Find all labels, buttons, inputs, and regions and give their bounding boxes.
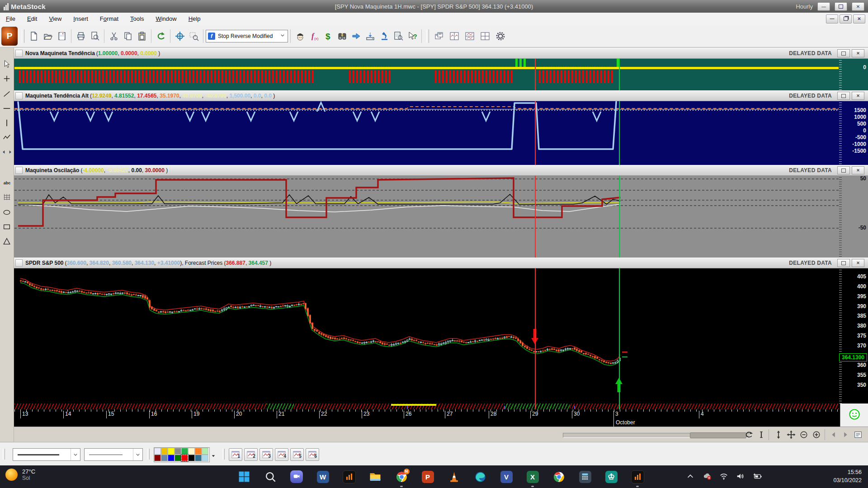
date-axis[interactable]: 131415161920212223262728293034: [14, 409, 840, 418]
vertical-line-button[interactable]: [1, 117, 12, 128]
taskbar-app-metastock-2[interactable]: [629, 468, 646, 485]
taskbar-app-word[interactable]: W: [314, 468, 331, 485]
menu-item-tools[interactable]: Tools: [124, 14, 150, 24]
undo-button[interactable]: [154, 29, 167, 43]
menu-item-edit[interactable]: Edit: [21, 14, 43, 24]
taskbar-app-start[interactable]: [236, 468, 253, 485]
taskbar-app-chat[interactable]: [288, 468, 305, 485]
template-dropdown[interactable]: fStop Reverse Modified: [206, 30, 288, 42]
system-tester-button[interactable]: $: [321, 29, 335, 43]
step-left-button[interactable]: [828, 429, 839, 440]
taskbar-app-powerpoint[interactable]: P: [419, 468, 436, 485]
panel-grip[interactable]: [15, 167, 23, 174]
color-swatch[interactable]: [168, 448, 175, 455]
panel-grip[interactable]: [15, 259, 23, 267]
move-all-button[interactable]: [786, 429, 797, 440]
tile-vertical-button[interactable]: [447, 29, 462, 43]
taskbar-clock[interactable]: 15:56 03/10/2022: [833, 468, 862, 484]
color-swatch[interactable]: [168, 455, 175, 461]
taskbar-app-vlc[interactable]: [445, 468, 462, 485]
taskbar-app-edge[interactable]: [472, 468, 489, 485]
menu-item-file[interactable]: File: [0, 14, 21, 24]
save-chart-button[interactable]: [55, 29, 68, 43]
horizontal-line-button[interactable]: [1, 103, 12, 114]
workspace-options-button[interactable]: [493, 29, 508, 43]
cascade-windows-button[interactable]: [432, 29, 446, 43]
color-swatch[interactable]: [188, 455, 195, 461]
panel-close-button[interactable]: ✕: [852, 49, 864, 57]
panel-grip[interactable]: [15, 50, 23, 57]
panel-close-button[interactable]: ✕: [852, 259, 864, 267]
print-preview-button[interactable]: [88, 29, 101, 43]
window-minimize-button[interactable]: —: [817, 2, 830, 11]
chart-layout-button-4[interactable]: 4: [275, 448, 288, 461]
weather-widget[interactable]: 27°C Sol: [5, 468, 35, 481]
window-close-button[interactable]: ✕: [852, 2, 864, 11]
panel-restore-button[interactable]: [837, 166, 850, 174]
downloader-button[interactable]: [363, 29, 377, 43]
scrollbar-thumb[interactable]: [690, 432, 746, 438]
chart-layout-button-6[interactable]: 6: [306, 448, 319, 461]
color-swatch[interactable]: [202, 448, 208, 455]
crosshair-plus-button[interactable]: [1, 73, 12, 84]
color-swatch[interactable]: [188, 448, 195, 455]
panel-close-button[interactable]: ✕: [852, 92, 864, 100]
panel-restore-button[interactable]: [837, 92, 850, 100]
color-swatch[interactable]: [175, 455, 181, 461]
menu-item-format[interactable]: Format: [94, 14, 124, 24]
tile-horizontal-button[interactable]: [462, 29, 477, 43]
wifi-icon[interactable]: [719, 472, 728, 481]
print-button[interactable]: [74, 29, 87, 43]
color-swatch[interactable]: [181, 448, 188, 455]
battery-icon[interactable]: [753, 472, 762, 481]
properties-menu-button[interactable]: [853, 429, 863, 440]
taskbar-app-search[interactable]: [262, 468, 279, 485]
scroll-right-button[interactable]: [7, 146, 13, 157]
indicator-builder-button[interactable]: f(x): [307, 29, 321, 43]
bar-cursor-button[interactable]: [756, 429, 767, 440]
taskbar-app-calculator[interactable]: [576, 468, 594, 485]
menu-item-help[interactable]: Help: [183, 14, 207, 24]
refresh-button[interactable]: [744, 429, 755, 440]
scroll-left-button[interactable]: [0, 146, 7, 157]
taskbar-app-explorer[interactable]: [367, 468, 384, 485]
plot-nova-maquineta-tendencia[interactable]: [14, 58, 839, 90]
chart-layout-button-1[interactable]: 1: [229, 448, 242, 461]
tile-grid-button[interactable]: [478, 29, 492, 43]
trendline-button[interactable]: [1, 89, 12, 99]
crosshair-tool-button[interactable]: [173, 29, 186, 43]
tray-chevron-icon[interactable]: [686, 472, 695, 481]
taskbar-app-chrome-n[interactable]: N: [393, 468, 410, 485]
step-right-button[interactable]: [840, 429, 851, 440]
report-viewer-button[interactable]: [392, 29, 405, 43]
expert-advisor-button[interactable]: [293, 29, 307, 43]
pointer-button[interactable]: [1, 59, 12, 70]
zoom-in-button[interactable]: [811, 429, 822, 440]
rectangle-tool-button[interactable]: [1, 221, 12, 232]
menu-item-window[interactable]: Window: [150, 14, 182, 24]
window-maximize-button[interactable]: [835, 2, 847, 11]
color-swatch[interactable]: [154, 448, 161, 455]
explorer-binoculars-button[interactable]: [335, 29, 349, 43]
color-swatch[interactable]: [202, 455, 208, 461]
panel-restore-button[interactable]: [837, 259, 850, 267]
paste-button[interactable]: [135, 29, 148, 43]
taskbar-app-chess[interactable]: ♔: [603, 468, 620, 485]
mdi-restore-button[interactable]: [840, 14, 852, 23]
onedrive-error-icon[interactable]: [703, 472, 712, 481]
taskbar-app-chrome[interactable]: [550, 468, 567, 485]
color-swatch[interactable]: [195, 455, 202, 461]
zoom-area-button[interactable]: [187, 29, 200, 43]
plot-maquineta-tendencia-alt[interactable]: [14, 100, 839, 165]
mdi-close-button[interactable]: ✕: [853, 14, 865, 23]
expand-vertical-button[interactable]: [773, 429, 784, 440]
zigzag-line-button[interactable]: [1, 132, 12, 143]
microscope-view-button[interactable]: [377, 29, 391, 43]
chart-layout-button-5[interactable]: 5: [290, 448, 304, 461]
go-to-button[interactable]: [349, 29, 363, 43]
taskbar-app-excel[interactable]: X: [524, 468, 541, 485]
metastock-p-logo[interactable]: P: [1, 27, 18, 46]
text-tool-button[interactable]: abc: [1, 177, 12, 188]
context-help-button[interactable]: ?: [406, 29, 419, 43]
panel-restore-button[interactable]: [837, 49, 850, 57]
